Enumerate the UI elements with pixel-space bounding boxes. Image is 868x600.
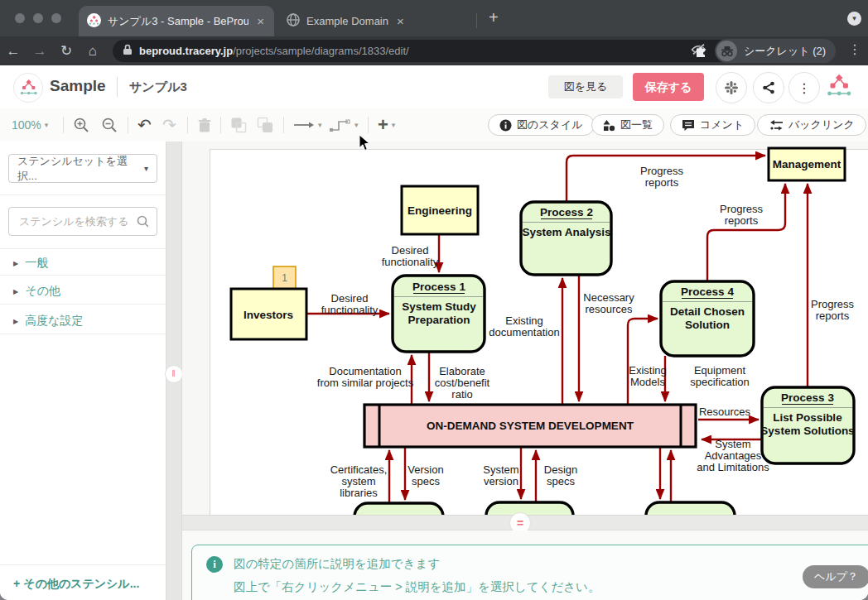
globe-favicon-icon	[287, 13, 300, 29]
stencil-set-select[interactable]: ステンシルセットを選択... ▾	[8, 154, 157, 183]
traffic-light-minimize[interactable]	[33, 13, 43, 23]
project-logo[interactable]	[13, 73, 43, 103]
plus-icon: +	[378, 114, 388, 136]
tab-search-caret-icon[interactable]: ▾	[847, 12, 861, 26]
edge-label: Models	[630, 376, 665, 388]
help-button[interactable]: ヘルプ？	[803, 565, 868, 588]
zoom-out-button[interactable]	[101, 108, 118, 142]
process-line: Detail Chosen	[670, 305, 745, 318]
address-bar[interactable]: beproud.tracery.jp/projects/sample/diagr…	[113, 40, 735, 62]
edge-label: Necessary	[583, 291, 634, 304]
more-stencils-link[interactable]: + その他のステンシル...	[13, 577, 139, 592]
back-button[interactable]: ←	[0, 43, 27, 60]
zoom-in-button[interactable]	[73, 108, 89, 142]
tip-line1: 図の特定の箇所に説明を追加できます	[234, 556, 440, 572]
sidebar-section-advanced[interactable]: ▶ 高度な設定	[13, 314, 83, 329]
comment-icon	[682, 119, 695, 132]
connector-style-button[interactable]: ▾	[330, 108, 359, 142]
edge-label: functionality	[321, 304, 379, 316]
edge-label: Desired	[392, 244, 429, 257]
browser-window: サンプル3 - Sample - BeProud × Example Domai…	[0, 0, 868, 600]
edge-label: specification	[690, 376, 750, 388]
forward-button[interactable]: →	[27, 43, 53, 60]
extensions-puzzle-icon[interactable]	[694, 44, 708, 61]
caret-down-icon: ▾	[45, 121, 49, 129]
tracery-logo[interactable]	[826, 74, 852, 102]
stencil-search[interactable]	[8, 207, 157, 236]
lock-icon	[123, 44, 133, 59]
project-name[interactable]: Sample	[50, 77, 106, 95]
process-title: Process 2	[540, 206, 593, 218]
process-title: Process 1	[412, 281, 465, 293]
delete-button[interactable]	[197, 108, 212, 142]
caret-down-icon: ▾	[144, 164, 148, 173]
process-line: System Study	[402, 300, 476, 313]
edge-label: Documentation	[329, 365, 401, 377]
stencil-search-input[interactable]	[17, 214, 137, 228]
diagram-list-label: 図一覧	[620, 118, 653, 132]
store-label: ON-DEMAND SYSTEM DEVELOPMENT	[427, 420, 634, 432]
sidebar-section-general[interactable]: ▶ 一般	[13, 256, 48, 271]
tracery-favicon-icon	[87, 13, 101, 30]
sidebar-section-other[interactable]: ▶ その他	[13, 284, 60, 299]
edge-label: Advantages	[705, 449, 762, 462]
caret-down-icon: ▾	[392, 121, 396, 129]
sidebar-collapse-handle[interactable]: ‖	[165, 365, 183, 383]
edge-label: functionality	[382, 256, 439, 268]
share-button[interactable]	[753, 72, 784, 103]
node-process4[interactable]: Process 4 Detail Chosen Solution	[661, 281, 754, 356]
node-label: Management	[773, 158, 841, 170]
edge-label: Resources	[699, 406, 751, 418]
edge-style-button[interactable]: ▾	[293, 108, 322, 142]
tab-close-icon[interactable]: ×	[255, 14, 266, 28]
node-store[interactable]: ON-DEMAND SYSTEM DEVELOPMENT	[364, 405, 696, 447]
process-line: System Solutions	[760, 425, 854, 437]
edge-label: Existing	[505, 314, 543, 327]
comment-label: コメント	[700, 118, 744, 132]
diagram-name[interactable]: サンプル3	[129, 79, 187, 95]
edge-label: libraries	[340, 487, 378, 499]
zoom-level-select[interactable]: 100% ▾	[12, 108, 48, 142]
bring-to-front-button[interactable]	[230, 108, 247, 142]
node-process3[interactable]: Process 3 List Possible System Solutions	[760, 387, 854, 463]
save-button[interactable]: 保存する	[633, 73, 704, 101]
backlink-label: バックリンク	[788, 118, 855, 132]
node-bottom-box-b[interactable]	[486, 502, 573, 515]
node-process2[interactable]: Process 2 System Analysis	[521, 202, 611, 275]
undo-button[interactable]: ↶	[137, 115, 152, 135]
node-bottom-box-a[interactable]	[354, 503, 443, 515]
reload-button[interactable]: ↻	[53, 42, 80, 60]
more-options-button[interactable]: ⋮	[788, 72, 820, 103]
diagram-list-button[interactable]: 図一覧	[591, 114, 664, 136]
new-tab-button[interactable]: +	[489, 8, 499, 27]
tab-sample-diagram[interactable]: サンプル3 - Sample - BeProud ×	[79, 6, 274, 36]
browser-menu-icon[interactable]: ⋮	[845, 41, 865, 57]
diagram-style-button[interactable]: 図のスタイル	[488, 114, 595, 136]
process-line: List Possible	[773, 411, 842, 424]
search-icon	[137, 215, 148, 228]
tab-close-icon[interactable]: ×	[395, 14, 406, 28]
traffic-light-zoom[interactable]	[51, 13, 61, 23]
edge-label: reports	[645, 176, 679, 189]
section-label: 高度な設定	[25, 314, 83, 329]
backlink-button[interactable]: バックリンク	[757, 114, 866, 136]
tab-title: サンプル3 - Sample - BeProud	[108, 14, 248, 29]
node-process1[interactable]: Process 1 System Study Preparation	[393, 276, 485, 352]
home-button[interactable]: ⌂	[80, 43, 106, 60]
url-domain: beproud.tracery.jp	[139, 45, 233, 57]
url-path: /projects/sample/diagrams/1833/edit/	[233, 45, 408, 57]
edge-label: documentation	[489, 326, 559, 338]
edge-label: Certificates,	[330, 463, 388, 476]
add-shape-button[interactable]: + ▾	[378, 108, 395, 142]
view-diagram-button[interactable]: 図を見る	[548, 75, 623, 98]
incognito-profile-badge[interactable]: シークレット (2)	[715, 39, 836, 63]
node-bottom-box-c[interactable]	[646, 502, 735, 515]
comment-button[interactable]: コメント	[670, 114, 755, 136]
diagram-canvas[interactable]: 1 Engineering Management Investors Proce…	[182, 142, 868, 515]
tab-example-domain[interactable]: Example Domain ×	[278, 6, 472, 36]
caret-down-icon: ▾	[354, 121, 359, 129]
redo-button[interactable]: ↷	[162, 115, 176, 135]
send-to-back-button[interactable]	[257, 108, 273, 142]
slack-button[interactable]	[716, 72, 747, 103]
traffic-light-close[interactable]	[15, 13, 25, 23]
